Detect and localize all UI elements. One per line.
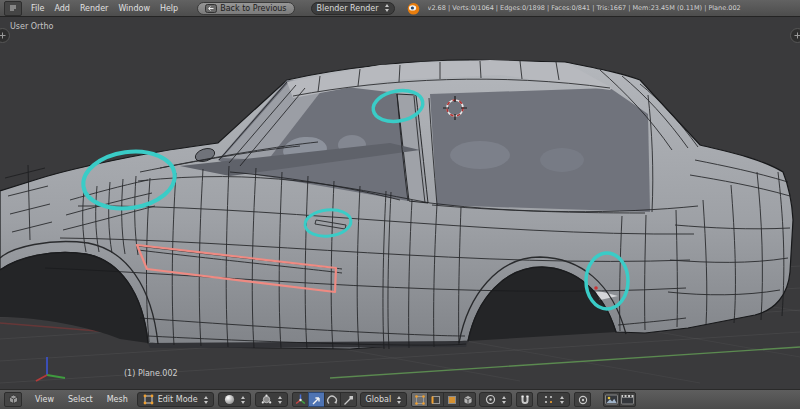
view-mode-label: User Ortho [10, 22, 53, 31]
car-mesh-scene [0, 17, 800, 389]
blender-window: File Add Render Window Help Back to Prev… [0, 0, 800, 409]
mode-select[interactable]: Edit Mode [137, 392, 214, 407]
snap-increment-icon [543, 394, 554, 405]
dropdown-arrows-icon [385, 4, 389, 12]
edge-select-button[interactable] [427, 392, 444, 407]
proportional-edit-select[interactable] [479, 392, 512, 407]
menu-file[interactable]: File [26, 4, 49, 13]
face-select-icon [446, 394, 458, 406]
y-axis-line [330, 347, 800, 378]
menu-help[interactable]: Help [155, 4, 183, 13]
opengl-render-group [603, 392, 635, 407]
occlude-geometry-icon [462, 394, 474, 406]
opengl-render-still-button[interactable] [603, 392, 620, 407]
edge-select-icon [430, 394, 442, 406]
menu-add[interactable]: Add [49, 4, 75, 13]
dropdown-arrows-icon [502, 396, 506, 404]
info-editor-icon [8, 3, 18, 13]
pivot-median-icon [261, 394, 272, 405]
render-still-icon [605, 394, 618, 405]
menu-render[interactable]: Render [75, 4, 113, 13]
render-animation-icon [621, 394, 634, 405]
edit-mode-icon [143, 394, 154, 405]
view3d-editor-icon [8, 394, 19, 405]
snap-toggle-button[interactable] [516, 392, 533, 407]
scene-statistics: v2.68 | Verts:0/1064 | Edges:0/1898 | Fa… [428, 4, 741, 12]
snap-element-select[interactable] [537, 392, 570, 407]
shading-solid-icon [224, 394, 235, 405]
manipulator-translate-button[interactable] [308, 392, 325, 407]
car-mesh [0, 60, 793, 349]
editor-type-button[interactable] [4, 1, 22, 16]
dropdown-arrows-icon [560, 396, 564, 404]
plus-icon [0, 32, 6, 39]
dropdown-arrows-icon [241, 396, 245, 404]
dropdown-arrows-icon [204, 396, 208, 404]
render-engine-value: Blender Render [317, 4, 379, 13]
viewport-shading-select[interactable] [218, 392, 251, 407]
scale-icon [342, 394, 354, 406]
translate-icon [310, 394, 322, 406]
back-button-label: Back to Previous [220, 4, 286, 13]
select-mode-group [411, 392, 475, 407]
view3d-header: View Select Mesh Edit Mode [0, 389, 800, 409]
info-header: File Add Render Window Help Back to Prev… [0, 0, 800, 17]
menu-select[interactable]: Select [63, 395, 98, 404]
active-object-label: (1) Plane.002 [124, 369, 178, 378]
opengl-render-anim-button[interactable] [619, 392, 636, 407]
back-to-previous-button[interactable]: Back to Previous [197, 2, 294, 15]
dropdown-arrows-icon [397, 396, 401, 404]
face-select-button[interactable] [443, 392, 460, 407]
snap-target-button[interactable] [574, 392, 591, 407]
menu-window[interactable]: Window [113, 4, 155, 13]
limit-to-visible-button[interactable] [459, 392, 476, 407]
dropdown-arrows-icon [278, 396, 282, 404]
menu-mesh[interactable]: Mesh [102, 395, 133, 404]
menu-view[interactable]: View [30, 395, 59, 404]
orientation-value: Global [366, 395, 392, 404]
render-engine-select[interactable]: Blender Render [311, 2, 395, 15]
back-arrow-icon [205, 4, 217, 13]
magnet-icon [519, 394, 531, 406]
transform-orientation-select[interactable]: Global [360, 392, 408, 407]
properties-expand-button[interactable] [790, 28, 800, 43]
viewport-3d[interactable]: User Ortho (1) Plane.002 [0, 17, 800, 389]
rotate-icon [326, 394, 338, 406]
manipulator-scale-button[interactable] [340, 392, 357, 407]
plus-icon [794, 32, 800, 39]
mode-value: Edit Mode [158, 395, 198, 404]
manipulator-axes-icon [294, 393, 307, 406]
vertex-select-icon [414, 394, 426, 406]
blender-logo-icon [407, 2, 420, 15]
proportional-edit-icon [485, 394, 496, 405]
vertex-select-button[interactable] [411, 392, 428, 407]
pivot-point-select[interactable] [255, 392, 288, 407]
editor-type-button-3d[interactable] [4, 392, 22, 407]
manipulator-rotate-button[interactable] [324, 392, 341, 407]
snap-target-icon [577, 394, 589, 406]
manipulator-toggle-button[interactable] [292, 392, 309, 407]
manipulator-group [292, 392, 356, 407]
mini-axis-gizmo [36, 357, 65, 381]
